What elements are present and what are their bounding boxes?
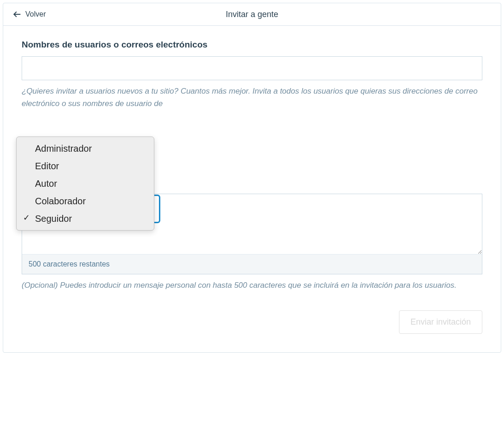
send-invitation-button[interactable]: Enviar invitación — [399, 310, 482, 334]
role-dropdown-menu: Administrador Editor Autor Colaborador S… — [16, 136, 154, 231]
role-option-follower[interactable]: Seguidor — [17, 210, 154, 227]
usernames-section: Nombres de usuarios o correos electrónic… — [22, 40, 482, 110]
usernames-label: Nombres de usuarios o correos electrónic… — [22, 40, 482, 50]
page-title: Invitar a gente — [226, 10, 278, 19]
back-label: Volver — [25, 10, 46, 18]
role-option-administrator[interactable]: Administrador — [17, 140, 154, 157]
usernames-help-text: ¿Quieres invitar a usuarios nuevos a tu … — [22, 85, 482, 110]
role-option-contributor[interactable]: Colaborador — [17, 192, 154, 210]
role-option-editor[interactable]: Editor — [17, 157, 154, 175]
role-option-author[interactable]: Autor — [17, 175, 154, 192]
message-help-text: (Opcional) Puedes introducir un mensaje … — [22, 279, 482, 291]
card-content: Nombres de usuarios o correos electrónic… — [3, 26, 501, 352]
invite-card: Volver Invitar a gente Nombres de usuari… — [3, 3, 501, 353]
char-counter: 500 caracteres restantes — [22, 254, 482, 274]
button-row: Enviar invitación — [22, 310, 482, 334]
arrow-left-icon — [12, 10, 22, 19]
back-button[interactable]: Volver — [12, 10, 46, 19]
usernames-input[interactable] — [22, 56, 482, 80]
card-header: Volver Invitar a gente — [3, 3, 501, 26]
